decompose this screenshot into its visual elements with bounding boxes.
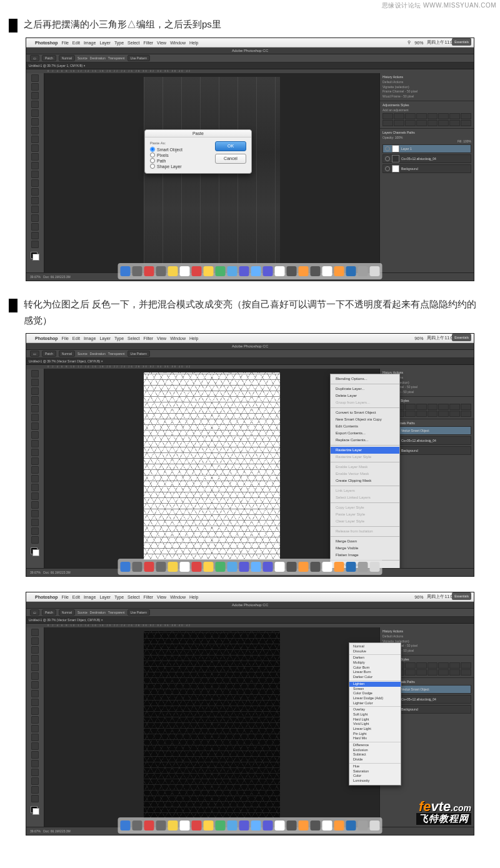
doc-tab[interactable]: Untitled-1 @ 39.7% (Vector Smart Object,… [26,358,474,365]
dock-icon[interactable] [346,821,356,831]
blend-screen[interactable]: Screen [349,687,401,692]
opacity-label[interactable]: Opacity: 100% [382,136,403,139]
blend-pinlight[interactable]: Pin Light [349,732,401,737]
dock-icon[interactable] [346,266,356,276]
canvas-area[interactable] [44,369,379,569]
dock-icon[interactable] [239,562,249,572]
eye-icon[interactable] [385,146,390,151]
dock-icon[interactable] [121,821,131,831]
dock-icon[interactable] [180,266,190,276]
path-tool[interactable] [31,214,39,222]
stamp-tool[interactable] [31,144,39,152]
layer-thumb[interactable] [392,165,399,172]
zoom-tool[interactable] [31,241,39,248]
crop-tool[interactable] [31,109,39,117]
blend-divide[interactable]: Divide [349,757,401,762]
dock-icon[interactable] [180,562,190,572]
adjustments-panel[interactable]: Adjustments Styles Add an adjustment [380,101,474,129]
blend-colordodge[interactable]: Color Dodge [349,691,401,696]
brush-tool[interactable] [31,136,39,143]
paste-pixels[interactable]: Pixels [150,152,210,157]
dock-icon[interactable] [156,821,166,831]
history-item[interactable]: Default Actions [382,80,471,85]
dock-icon[interactable] [168,266,178,276]
dock[interactable] [118,263,382,279]
blend-difference[interactable]: Difference [349,743,401,748]
ctx-flatten[interactable]: Flatten Image [331,552,399,559]
dock-icon[interactable] [168,821,178,831]
dock-icon[interactable] [287,266,297,276]
ok-button[interactable]: OK [215,141,246,151]
menu-edit[interactable]: Edit [72,41,80,45]
ctx-delete[interactable]: Delete Layer [331,392,399,399]
shape-tool[interactable] [31,223,39,231]
dock-icon[interactable] [358,821,368,831]
dock[interactable] [118,817,382,834]
blend-multiply[interactable]: Multiply [349,661,401,666]
tools-panel[interactable] [26,369,44,569]
blend-exclusion[interactable]: Exclusion [349,748,401,753]
blend-lighten[interactable]: Lighten [349,682,401,687]
dock-icon[interactable] [311,821,321,831]
dock-icon[interactable] [358,266,368,276]
ctx-merge-down[interactable]: Merge Down [331,538,399,545]
eraser-tool[interactable] [31,162,39,169]
wand-tool[interactable] [31,101,39,108]
lasso-tool[interactable] [31,92,39,99]
layer-context-menu[interactable]: Blending Options... Duplicate Layer... D… [330,374,400,577]
blend-vividlight[interactable]: Vivid Light [349,722,401,727]
dodge-tool[interactable] [31,188,39,196]
dock-icon[interactable] [275,266,285,276]
menu-select[interactable]: Select [128,41,139,45]
doc-tab[interactable]: Untitled-1 @ 39.7% (Vector Smart Object,… [26,617,474,624]
menu-view[interactable]: View [157,41,166,45]
menu-help[interactable]: Help [189,41,198,45]
ctx-export-contents[interactable]: Export Contents... [331,430,399,437]
layer-row[interactable]: Background [382,164,471,173]
dock-icon[interactable] [180,821,190,831]
blend-luminosity[interactable]: Luminosity [349,779,401,784]
color-swatch[interactable] [31,547,39,556]
eye-icon[interactable] [385,166,390,171]
ctx-new-so-copy[interactable]: New Smart Object via Copy [331,416,399,423]
dock-icon[interactable] [216,562,226,572]
blend-colorburn[interactable]: Color Burn [349,666,401,671]
ctx-merge-visible[interactable]: Merge Visible [331,545,399,552]
dock-icon[interactable] [228,821,238,831]
tool-preset[interactable]: ▭ [30,55,39,61]
dock-icon[interactable] [263,266,273,276]
dock-icon[interactable] [204,266,214,276]
blend-darkercolor[interactable]: Darker Color [349,675,401,680]
dock-icon[interactable] [132,562,142,572]
blend-softlight[interactable]: Soft Light [349,712,401,717]
fill-label[interactable]: Fill: 100% [458,139,471,143]
dock-icon[interactable] [251,562,261,572]
blur-tool[interactable] [31,179,39,187]
ctx-duplicate[interactable]: Duplicate Layer... [331,386,399,392]
blend-normal[interactable]: Normal [349,644,401,649]
paste-path[interactable]: Path [150,158,210,163]
opt-dest[interactable]: Destination [90,56,106,60]
eye-icon[interactable] [385,156,390,161]
dock-icon[interactable] [228,562,238,572]
dock-icon[interactable] [192,266,202,276]
mac-menu-items[interactable]: FileEditImageLayerTypeSelectFilterViewWi… [61,595,199,599]
dock[interactable] [118,559,382,575]
dock-icon[interactable] [132,266,142,276]
opt-transparent[interactable]: Transparent [108,56,125,60]
blend-darken[interactable]: Darken [349,656,401,661]
dock-icon[interactable] [287,562,297,572]
blend-hardmix[interactable]: Hard Mix [349,736,401,741]
dock-icon[interactable] [132,821,142,831]
options-bar[interactable]: ▭PatchNormalSourceDestinationTransparent… [26,350,474,358]
workspace-button[interactable]: Essentials [452,334,471,341]
opt-mode[interactable]: Normal [59,55,75,61]
canvas-area[interactable] [44,627,379,827]
layers-panel[interactable]: Layers Channels Paths Opacity: 100% Fill… [380,129,474,273]
dock-icon[interactable] [216,266,226,276]
dock-icon[interactable] [334,266,344,276]
history-item[interactable]: Vignette (selection) [382,85,471,90]
dock-icon[interactable] [156,266,166,276]
move-tool[interactable] [31,74,39,82]
dock-icon[interactable] [322,821,332,831]
